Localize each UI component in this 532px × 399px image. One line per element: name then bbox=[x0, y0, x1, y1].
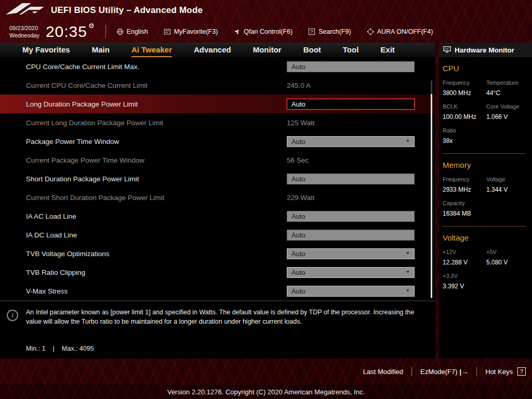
setting-row[interactable]: TVB Ratio ClippingAuto▼ bbox=[0, 263, 435, 282]
hm-label: Voltage bbox=[486, 176, 530, 182]
qfan-control-button[interactable]: Qfan Control(F6) bbox=[233, 28, 292, 35]
setting-dropdown[interactable]: Auto▼ bbox=[287, 136, 415, 147]
hm-cell: Capacity16384 MB bbox=[443, 200, 486, 217]
language-label: English bbox=[127, 28, 148, 35]
setting-row[interactable]: Long Duration Package Power LimitAuto bbox=[0, 95, 435, 113]
setting-input[interactable]: Auto bbox=[287, 230, 415, 241]
setting-label: V-Max Stress bbox=[0, 287, 68, 295]
svg-text:?: ? bbox=[311, 29, 313, 34]
topbar: UEFI BIOS Utility – Advanced Mode 09/23/… bbox=[0, 0, 532, 43]
tab-boot[interactable]: Boot bbox=[303, 43, 321, 57]
minmax-row: Min.: 1 | Max.: 4095 bbox=[26, 345, 94, 352]
setting-value: Auto bbox=[291, 269, 305, 276]
scrollbar-thumb[interactable] bbox=[431, 94, 432, 298]
setting-row[interactable]: IA AC Load LineAuto bbox=[0, 207, 435, 225]
hm-section-cpu: CPUFrequency3800 MHzTemperature44°CBCLK1… bbox=[443, 64, 532, 154]
aura-label: AURA ON/OFF(F4) bbox=[377, 28, 433, 35]
hm-label: +12V bbox=[443, 249, 486, 255]
hm-row: +12V12.288 V+5V5.080 V bbox=[443, 249, 532, 266]
hm-value: 3.392 V bbox=[443, 283, 486, 290]
setting-label: IA DC Load Line bbox=[0, 231, 77, 239]
setting-row[interactable]: V-Max StressAuto▼ bbox=[0, 282, 435, 300]
setting-row[interactable]: Short Duration Package Power LimitAuto bbox=[0, 169, 435, 188]
clock-display: 20:35 ⚙ bbox=[46, 24, 95, 39]
tab-exit[interactable]: Exit bbox=[380, 43, 395, 57]
setting-readonly-value: 56 Sec bbox=[287, 156, 309, 164]
last-modified-button[interactable]: Last Modified bbox=[363, 368, 403, 376]
clock-settings-gear-icon[interactable]: ⚙ bbox=[88, 22, 95, 29]
scrollbar-track[interactable] bbox=[431, 81, 432, 299]
setting-row[interactable]: CPU Core/Cache Current Limit Max.Auto bbox=[0, 57, 435, 76]
footer-divider bbox=[476, 367, 477, 376]
hotkeys-button[interactable]: Hot Keys ? bbox=[485, 367, 526, 376]
aura-led-icon bbox=[367, 28, 374, 35]
hm-label: Ratio bbox=[443, 127, 486, 134]
language-button[interactable]: English bbox=[116, 28, 148, 35]
setting-label: Current Long Duration Package Power Limi… bbox=[0, 119, 163, 127]
setting-readonly-value: 229 Watt bbox=[287, 194, 315, 202]
hm-value: 44°C bbox=[486, 89, 530, 97]
tab-tool[interactable]: Tool bbox=[343, 43, 359, 57]
question-mark-icon: ? bbox=[517, 367, 526, 376]
hm-row: +3.3V3.392 V bbox=[443, 273, 532, 290]
aura-button[interactable]: AURA ON/OFF(F4) bbox=[367, 28, 433, 35]
hm-value: 100.00 MHz bbox=[443, 113, 486, 121]
hm-cell: Frequency2933 MHz bbox=[443, 176, 486, 193]
tab-main[interactable]: Main bbox=[92, 43, 110, 57]
hm-label: +3.3V bbox=[443, 273, 486, 279]
setting-value: Auto bbox=[291, 250, 305, 258]
hm-label: Capacity bbox=[443, 200, 486, 206]
setting-row: Current Short Duration Package Power Lim… bbox=[0, 188, 435, 207]
hm-cell: +12V12.288 V bbox=[443, 249, 486, 266]
tab-advanced[interactable]: Advanced bbox=[194, 43, 231, 57]
hm-label: +5V bbox=[486, 249, 530, 255]
tab-monitor[interactable]: Monitor bbox=[253, 43, 282, 57]
chevron-down-icon: ▼ bbox=[406, 270, 410, 274]
setting-input[interactable]: Auto bbox=[287, 211, 415, 222]
version-text: Version 2.20.1276. Copyright (C) 2020 Am… bbox=[167, 388, 365, 396]
max-value: Max.: 4095 bbox=[62, 345, 94, 352]
hm-value: 1.066 V bbox=[486, 113, 530, 121]
hm-label: Core Voltage bbox=[486, 103, 530, 110]
bios-screen: { "colors": { "accent_orange": "#efa53e"… bbox=[0, 0, 532, 399]
help-panel: i An Intel parameter known as [power lim… bbox=[0, 300, 435, 358]
setting-row[interactable]: Package Power Time WindowAuto▼ bbox=[0, 132, 435, 151]
setting-input[interactable]: Auto bbox=[287, 174, 415, 184]
setting-label: IA AC Load Line bbox=[0, 212, 76, 220]
settings-panel: CPU Core/Cache Current Limit Max.AutoCur… bbox=[0, 57, 435, 300]
settings-list: CPU Core/Cache Current Limit Max.AutoCur… bbox=[0, 57, 435, 300]
myfavorite-button[interactable]: MyFavorite(F3) bbox=[164, 28, 218, 35]
setting-input[interactable]: Auto bbox=[287, 61, 415, 72]
rog-logo-icon bbox=[5, 2, 45, 19]
setting-dropdown[interactable]: Auto▼ bbox=[287, 286, 415, 297]
setting-label: Long Duration Package Power Limit bbox=[0, 100, 138, 108]
tab-ai-tweaker[interactable]: Ai Tweaker bbox=[131, 43, 172, 57]
hm-value: 12.288 V bbox=[443, 259, 486, 266]
ezmode-button[interactable]: EzMode(F7) |→ bbox=[420, 368, 468, 376]
search-button[interactable]: ? Search(F9) bbox=[308, 28, 351, 35]
monitor-icon bbox=[443, 46, 451, 55]
setting-row[interactable]: IA DC Load LineAuto bbox=[0, 225, 435, 244]
info-icon: i bbox=[7, 310, 18, 321]
setting-input[interactable]: Auto bbox=[287, 99, 415, 110]
minmax-separator: | bbox=[53, 345, 55, 352]
setting-value: Auto bbox=[291, 63, 305, 71]
hm-cell: +3.3V3.392 V bbox=[443, 273, 486, 290]
setting-label: Package Power Time Window bbox=[0, 138, 119, 145]
setting-row[interactable]: TVB Voltage OptimizationsAuto▼ bbox=[0, 244, 435, 263]
hm-section-voltage: Voltage+12V12.288 V+5V5.080 V+3.3V3.392 … bbox=[443, 233, 532, 290]
hardware-monitor-panel: Hardware Monitor CPUFrequency3800 MHzTem… bbox=[439, 43, 532, 358]
qfan-label: Qfan Control(F6) bbox=[244, 28, 292, 35]
setting-label: Current Short Duration Package Power Lim… bbox=[0, 194, 164, 202]
tab-my-favorites[interactable]: My Favorites bbox=[22, 43, 70, 57]
hm-value: 3800 MHz bbox=[443, 89, 486, 97]
setting-label: Current CPU Core/Cache Current Limit bbox=[0, 82, 148, 89]
setting-dropdown[interactable]: Auto▼ bbox=[287, 248, 415, 259]
hm-section-memory: MemoryFrequency2933 MHzVoltage1.344 VCap… bbox=[443, 161, 532, 227]
header-toolbar: English MyFavorite(F3) Qfan Control bbox=[116, 28, 433, 35]
setting-label: Short Duration Package Power Limit bbox=[0, 175, 139, 183]
setting-row: Current Long Duration Package Power Limi… bbox=[0, 113, 435, 132]
hm-label: Temperature bbox=[486, 79, 530, 86]
setting-dropdown[interactable]: Auto▼ bbox=[287, 267, 415, 278]
setting-value: Auto bbox=[291, 287, 305, 295]
